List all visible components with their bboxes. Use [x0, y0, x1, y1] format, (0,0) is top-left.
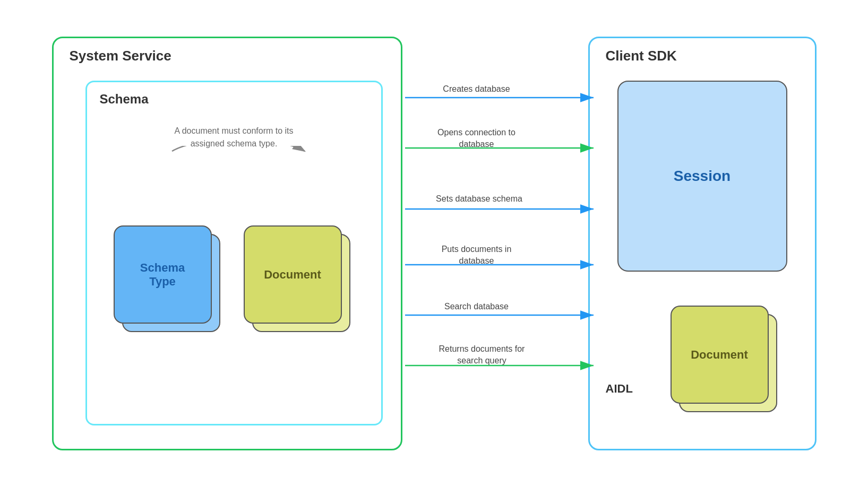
arrow-label-returns: Returns documents forsearch query [424, 343, 540, 367]
system-service-box: System Service Schema A document must co… [52, 37, 402, 450]
schema-document-label: Document [244, 225, 342, 324]
schema-label: Schema [100, 92, 149, 107]
client-document-card: Document [671, 306, 782, 417]
session-card: Session [617, 81, 787, 272]
client-sdk-box: Client SDK Session AIDL Document [588, 37, 817, 450]
client-sdk-label: Client SDK [606, 48, 677, 64]
arrow-label-opens: Opens connection todatabase [424, 127, 530, 151]
schema-type-card: SchemaType [114, 225, 220, 332]
arrow-label-search: Search database [424, 301, 530, 312]
system-service-label: System Service [70, 48, 171, 64]
schema-document-card: Document [244, 225, 350, 332]
aidl-label: AIDL [606, 382, 633, 396]
arrow-label-sets: Sets database schema [424, 193, 535, 205]
client-document-label: Document [671, 306, 769, 404]
architecture-diagram: System Service Schema A document must co… [36, 21, 832, 466]
schema-box: Schema A document must conform to its as… [85, 81, 383, 425]
arrow-label-puts: Puts documents indatabase [424, 243, 530, 267]
schema-type-label: SchemaType [114, 225, 212, 324]
arrow-label-creates: Creates database [424, 83, 530, 95]
schema-curved-arrow [119, 146, 342, 199]
